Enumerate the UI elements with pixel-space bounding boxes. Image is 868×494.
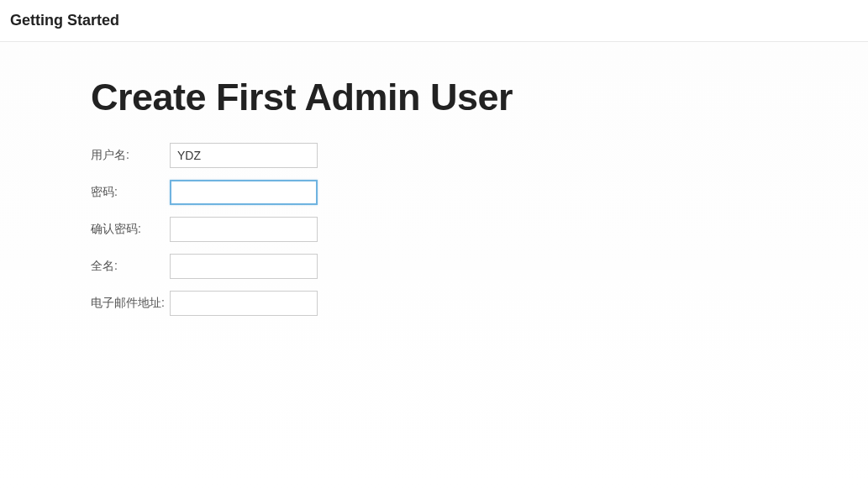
password-label: 密码:: [91, 185, 170, 200]
email-label: 电子邮件地址:: [91, 296, 170, 311]
form-row-username: 用户名:: [91, 143, 868, 168]
username-input[interactable]: [170, 143, 318, 168]
main-content: Create First Admin User 用户名: 密码: 确认密码: 全…: [0, 42, 868, 491]
full-name-label: 全名:: [91, 259, 170, 274]
username-label: 用户名:: [91, 148, 170, 163]
form-row-confirm-password: 确认密码:: [91, 217, 868, 242]
email-input[interactable]: [170, 291, 318, 316]
header: Getting Started: [0, 0, 868, 42]
confirm-password-input[interactable]: [170, 217, 318, 242]
form-row-full-name: 全名:: [91, 254, 868, 279]
page-title: Create First Admin User: [91, 76, 868, 119]
form-row-password: 密码:: [91, 180, 868, 205]
form-row-email: 电子邮件地址:: [91, 291, 868, 316]
header-title: Getting Started: [10, 12, 858, 29]
full-name-input[interactable]: [170, 254, 318, 279]
confirm-password-label: 确认密码:: [91, 222, 170, 237]
password-input[interactable]: [170, 180, 318, 205]
